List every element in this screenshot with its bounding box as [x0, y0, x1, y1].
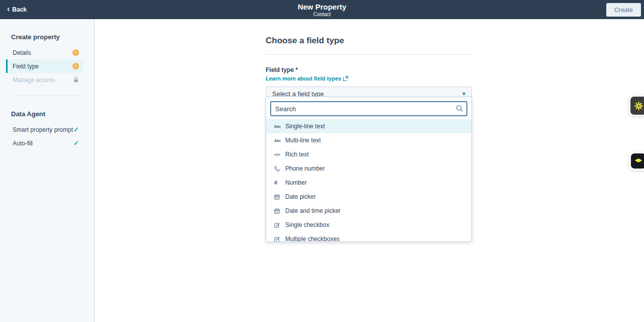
main-content: Choose a field type Field type * Learn m…: [266, 19, 472, 101]
calendar-icon: [274, 208, 285, 214]
sidebar-item-label: Smart property prompt: [13, 126, 73, 133]
check-icon: ✓: [73, 126, 79, 133]
create-button[interactable]: Create: [606, 3, 641, 17]
sidebar-section-title-create-property: Create property: [11, 33, 94, 41]
sidebar-item-label: Auto-fill: [13, 140, 33, 147]
sidebar: Create property Details ! Field type ! M…: [0, 19, 95, 322]
sidebar-item-details[interactable]: Details !: [6, 46, 83, 59]
chevron-down-icon: ▾: [462, 90, 465, 97]
multi-line-text-icon: Abc: [274, 139, 285, 142]
option-label: Single checkbox: [285, 221, 329, 228]
section-heading: Choose a field type: [266, 36, 472, 46]
checkbox-icon: [274, 236, 285, 242]
field-type-option[interactable]: AbcMulti-line text: [266, 133, 471, 147]
field-type-label: Field type *: [266, 66, 472, 73]
calendar-icon: [274, 194, 285, 200]
number-icon: #: [274, 180, 285, 186]
option-label: Multi-line text: [285, 137, 321, 144]
sidebar-section-title-data-agent: Data Agent: [11, 110, 94, 118]
top-bar: ‹ Back New Property Contact Create: [0, 0, 644, 19]
warning-icon: !: [72, 49, 79, 56]
check-icon: ✓: [73, 139, 79, 147]
option-label: Number: [285, 179, 307, 186]
option-label: Phone number: [285, 165, 325, 172]
sidebar-item-label: Manage access: [13, 76, 55, 84]
rich-text-icon: </>: [274, 152, 285, 157]
checkbox-icon: [274, 222, 285, 228]
field-type-option[interactable]: Date and time picker: [266, 204, 471, 218]
warning-icon: !: [72, 63, 79, 69]
sidebar-item-manage-access: Manage access: [6, 73, 83, 87]
option-label: Single-line text: [285, 123, 325, 130]
field-type-option[interactable]: #Number: [266, 176, 471, 190]
back-button[interactable]: ‹ Back: [0, 0, 34, 19]
single-line-text-icon: Abc: [274, 125, 285, 128]
field-type-dropdown: AbcSingle-line textAbcMulti-line text</>…: [266, 97, 472, 242]
layers-icon: [631, 153, 644, 169]
sidebar-divider: [11, 96, 83, 96]
back-label: Back: [12, 6, 27, 13]
external-link-icon: [343, 76, 348, 81]
lock-icon: [73, 77, 79, 83]
guide-widget[interactable]: [629, 151, 644, 171]
page-title: New Property: [298, 3, 347, 11]
sidebar-item-auto-fill[interactable]: Auto-fill ✓: [6, 136, 83, 150]
option-label: Date picker: [285, 193, 316, 200]
search-icon: [456, 105, 463, 114]
heading-divider: [266, 54, 472, 55]
learn-more-label: Learn more about field types: [266, 75, 341, 82]
topbar-title-group: New Property Contact: [0, 0, 644, 19]
learn-more-link[interactable]: Learn more about field types: [266, 75, 348, 82]
field-type-option[interactable]: Date picker: [266, 190, 471, 204]
option-label: Date and time picker: [285, 207, 341, 214]
option-label: Rich text: [285, 151, 309, 158]
sidebar-item-label: Field type: [13, 63, 39, 70]
field-type-option[interactable]: </>Rich text: [266, 147, 471, 162]
object-type-subtitle: Contact: [313, 12, 331, 17]
option-label: Multiple checkboxes: [285, 235, 340, 242]
field-type-option[interactable]: Multiple checkboxes: [266, 232, 471, 242]
phone-icon: [274, 166, 285, 172]
field-type-option[interactable]: AbcSingle-line text: [266, 119, 471, 133]
field-type-option[interactable]: Phone number: [266, 162, 471, 176]
sidebar-item-smart-property-prompt[interactable]: Smart property prompt ✓: [6, 123, 83, 136]
sidebar-item-field-type[interactable]: Field type !: [6, 59, 83, 73]
field-type-list: AbcSingle-line textAbcMulti-line text</>…: [266, 119, 471, 242]
ai-assistant-widget[interactable]: [629, 95, 644, 116]
search-input[interactable]: [270, 101, 467, 116]
spark-icon: [630, 97, 644, 115]
chevron-left-icon: ‹: [7, 5, 10, 13]
field-type-option[interactable]: Single checkbox: [266, 218, 471, 232]
sidebar-item-label: Details: [13, 49, 31, 56]
